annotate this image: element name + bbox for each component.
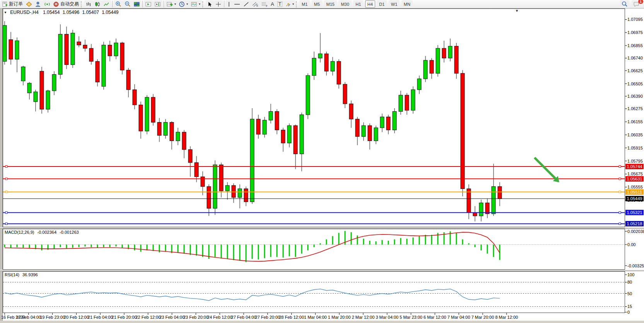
chart-shift-icon (155, 2, 161, 7)
timeframe-h4-button[interactable]: H4 (365, 0, 375, 8)
search-button[interactable] (620, 0, 629, 8)
macd-axis-tick-label: -0.003256 (627, 264, 644, 268)
toolbar-right-group: 1 (620, 0, 643, 8)
vertical-line-tool-button[interactable] (225, 0, 232, 8)
timeframe-d1-button[interactable]: D1 (377, 0, 387, 8)
price-axis-tick-label: 1.06155 (627, 119, 643, 124)
window-bottom-edge (0, 321, 644, 323)
timeframe-group: M1 M5 M15 M30 H1 H4 D1 W1 MN (299, 0, 413, 8)
vertical-line-icon (227, 2, 231, 7)
fibonacci-tool-button[interactable]: F (260, 0, 269, 8)
shapes-tool-button[interactable]: ▾ (284, 0, 296, 8)
tile-windows-icon (134, 2, 140, 7)
main-chart-pane[interactable] (3, 8, 625, 227)
price-axis-tick-label: 1.06035 (627, 133, 643, 137)
timeframe-m1-button[interactable]: M1 (299, 0, 310, 8)
fibonacci-icon: F (261, 2, 268, 7)
price-axis-tick-label: 1.06625 (627, 68, 643, 73)
rsi-axis-tick-label: 15 (627, 304, 632, 309)
shapes-arrow-icon (285, 2, 291, 7)
rsi-axis-tick-label: 0 (627, 310, 630, 314)
window-left-edge (0, 8, 3, 323)
caret-down-icon: ▾ (292, 2, 294, 6)
search-icon (622, 1, 628, 7)
signal-button[interactable] (43, 0, 52, 8)
price-axis-tick-label: 1.06505 (627, 82, 643, 86)
chart-symbol-period: EURUSD-,H4 (10, 10, 38, 15)
new-order-icon (2, 2, 8, 7)
ohlc-close: 1.05449 (102, 10, 118, 15)
new-order-button[interactable]: 新订单 (1, 0, 24, 8)
templates-button[interactable]: ▾ (190, 0, 202, 8)
horizontal-line-icon (234, 2, 240, 7)
chart-shift-button[interactable] (153, 0, 162, 8)
auto-scroll-button[interactable] (144, 0, 153, 8)
timeframe-m15-button[interactable]: M15 (324, 0, 337, 8)
autotrading-label: 自动交易 (60, 1, 79, 7)
autotrading-robot-icon (53, 2, 59, 7)
indicators-button[interactable]: ▾ (165, 0, 178, 8)
autotrading-button[interactable]: 自动交易 (52, 0, 80, 8)
rsi-value: 36.9396 (22, 272, 38, 277)
bar-chart-button[interactable] (84, 0, 93, 8)
zoom-out-button[interactable] (123, 0, 132, 8)
trendline-tool-button[interactable] (242, 0, 251, 8)
text-tool-button[interactable]: A (269, 0, 276, 8)
toolbar-separator (112, 1, 113, 7)
rsi-axis-tick-label: 100 (627, 272, 634, 277)
channel-icon: E (252, 2, 258, 7)
main-toolbar: 新订单 自动交易 (0, 0, 644, 8)
crosshair-tool-button[interactable] (214, 0, 223, 8)
periods-button[interactable]: ▾ (178, 0, 190, 8)
template-icon (191, 2, 197, 7)
timeframe-h1-button[interactable]: H1 (353, 0, 363, 8)
collapse-triangle-icon[interactable]: ▼ (4, 11, 7, 14)
line-chart-button[interactable] (102, 0, 111, 8)
notifications-button[interactable]: 1 (632, 0, 641, 8)
label-tool-button[interactable]: T (276, 0, 284, 8)
timeframe-m5-button[interactable]: M5 (312, 0, 322, 8)
price-axis-tick-label: 1.06275 (627, 106, 643, 111)
cursor-tool-button[interactable] (206, 0, 214, 8)
price-level-badge: 1.05631 (625, 176, 644, 182)
candlestick-chart-button[interactable] (93, 0, 102, 8)
price-axis-tick-label: 1.05795 (627, 159, 643, 163)
caret-down-icon: ▾ (186, 2, 188, 6)
price-level-badge: 1.05321 (625, 210, 644, 215)
horizontal-line-tool-button[interactable] (232, 0, 242, 8)
add-indicator-icon (167, 2, 173, 7)
macd-axis-tick-label: 0.002038 (627, 229, 644, 234)
price-axis-tick-label: 1.05675 (627, 172, 643, 176)
timeframe-w1-button[interactable]: W1 (389, 0, 400, 8)
profile-button[interactable] (34, 0, 43, 8)
label-tool-icon: T (277, 2, 282, 7)
svg-text:F: F (266, 4, 268, 7)
chart-shift-marker-icon[interactable]: ▼ (515, 9, 519, 13)
gold-diamond-icon (26, 2, 32, 7)
zoom-in-button[interactable] (114, 0, 123, 8)
macd-signal-value: -0.001263 (60, 230, 79, 235)
person-icon (35, 2, 41, 7)
macd-axis-tick-label: 0.00 (627, 242, 635, 247)
tile-windows-button[interactable] (132, 0, 141, 8)
text-tool-icon: A (271, 1, 274, 7)
price-level-badge: 1.05511 (625, 189, 644, 195)
cursor-arrow-icon (207, 2, 212, 7)
toolbar-separator (142, 1, 143, 7)
line-chart-icon (104, 2, 109, 7)
rsi-label: RSI(14) 36.9396 (5, 272, 38, 277)
macd-pane[interactable] (3, 229, 625, 270)
toolbar-grip (202, 1, 205, 7)
notification-count-badge: 1 (638, 0, 643, 4)
price-axis-tick-label: 1.06390 (627, 94, 643, 99)
crosshair-icon (215, 2, 221, 7)
candlestick-chart-icon (95, 2, 101, 7)
timeframe-m30-button[interactable]: M30 (338, 0, 351, 8)
metaeditor-button[interactable] (24, 0, 34, 8)
equidistant-channel-tool-button[interactable]: E (251, 0, 260, 8)
timeframe-mn-button[interactable]: MN (401, 0, 413, 8)
rsi-pane[interactable] (3, 271, 625, 313)
bar-chart-icon (86, 2, 92, 7)
pane-splitter[interactable] (0, 227, 644, 229)
pane-splitter[interactable] (0, 270, 644, 271)
